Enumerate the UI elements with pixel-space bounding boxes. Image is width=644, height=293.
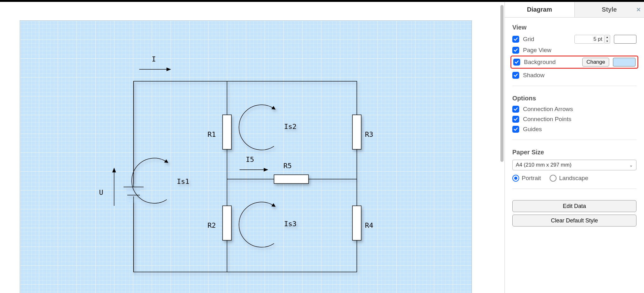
panel-tabs: Diagram Style ✕ [505,2,644,18]
radio-landscape[interactable] [550,175,557,182]
label-guides: Guides [523,126,542,133]
label-background: Background [524,59,556,66]
current-i5-arrow: I5 [240,156,268,170]
grid-color-swatch[interactable] [614,35,636,44]
circuit-diagram[interactable]: I U R1 R2 R3 R4 R5 I [20,21,472,293]
grid-size-input[interactable]: 5 pt [574,35,604,44]
checkbox-shadow[interactable] [512,72,519,79]
background-color-swatch[interactable] [613,58,636,67]
resistor-r5[interactable] [274,175,309,184]
right-panel: Diagram Style ✕ View Grid 5 pt [504,2,644,293]
svg-rect-0 [134,81,357,272]
label-landscape: Landscape [559,175,588,182]
section-view: View Grid 5 pt ▲ ▼ [512,24,636,86]
checkbox-connarrows[interactable] [512,106,519,113]
checkbox-background[interactable] [513,59,520,66]
resistor-r3[interactable] [352,115,361,149]
label-r4: R4 [365,221,373,229]
main-area: I U R1 R2 R3 R4 R5 I [0,2,644,293]
label-r5: R5 [283,162,292,170]
background-row-highlight: Background Change [510,56,638,69]
label-connarrows: Connection Arrows [523,106,573,113]
label-connpoints: Connection Points [523,116,571,123]
voltage-u-arrow: U [99,168,114,206]
label-grid: Grid [523,36,534,43]
resistor-r4[interactable] [352,206,361,240]
chevron-down-icon: ⌄ [629,162,633,168]
svg-text:I: I [152,55,156,63]
svg-text:Is2: Is2 [284,123,297,131]
svg-text:U: U [99,189,103,196]
tab-style[interactable]: Style ✕ [575,2,644,17]
current-i-arrow: I [139,55,171,69]
loop-is3[interactable]: Is3 [239,202,297,247]
close-icon[interactable]: ✕ [636,6,641,13]
canvas-area[interactable]: I U R1 R2 R3 R4 R5 I [0,2,504,293]
svg-text:Is1: Is1 [177,178,189,185]
tab-diagram[interactable]: Diagram [505,2,575,17]
resistor-r1[interactable] [223,115,231,149]
view-title: View [512,24,636,31]
checkbox-guides[interactable] [512,126,519,133]
section-options: Options Connection Arrows Connection Poi… [512,95,636,140]
section-paper: Paper Size A4 (210 mm x 297 mm) ⌄ Portra… [512,149,636,189]
checkbox-grid[interactable] [512,36,519,43]
label-pageview: Page View [523,47,552,54]
stepper-down-icon[interactable]: ▼ [604,39,610,43]
paper-title: Paper Size [512,149,636,156]
tab-style-label: Style [602,6,617,13]
resistor-r2[interactable] [223,206,231,240]
label-portrait: Portrait [522,175,541,182]
paper-size-select[interactable]: A4 (210 mm x 297 mm) ⌄ [512,160,636,170]
svg-text:I5: I5 [246,156,254,163]
clear-default-style-button[interactable]: Clear Default Style [512,215,636,226]
label-r1: R1 [208,131,216,138]
change-background-button[interactable]: Change [582,58,609,67]
section-actions: Edit Data Clear Default Style [512,198,636,226]
label-r2: R2 [208,221,216,229]
stepper-up-icon[interactable]: ▲ [604,35,610,39]
label-r3: R3 [365,131,373,138]
grid-size-stepper[interactable]: ▲ ▼ [604,35,610,44]
radio-portrait[interactable] [512,175,519,182]
checkbox-pageview[interactable] [512,47,519,54]
label-shadow: Shadow [523,72,545,79]
diagram-page[interactable]: I U R1 R2 R3 R4 R5 I [20,21,472,293]
tab-diagram-label: Diagram [527,6,552,13]
edit-data-button[interactable]: Edit Data [512,200,636,212]
checkbox-connpoints[interactable] [512,116,519,123]
voltage-source[interactable] [124,81,144,272]
loop-is2[interactable]: Is2 [239,105,297,150]
options-title: Options [512,95,636,102]
canvas-scrollbar[interactable] [500,5,504,162]
paper-size-value: A4 (210 mm x 297 mm) [516,162,572,168]
svg-text:Is3: Is3 [284,220,297,228]
